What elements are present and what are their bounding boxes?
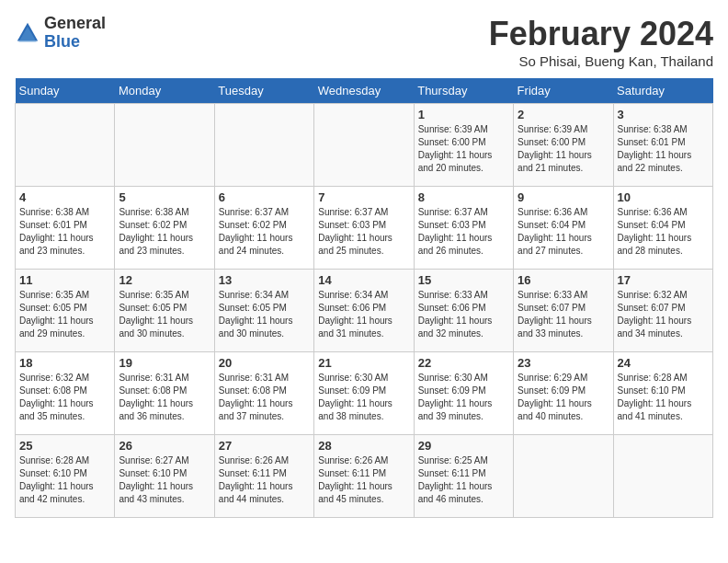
calendar-cell (514, 435, 613, 518)
day-info: Sunrise: 6:34 AMSunset: 6:05 PMDaylight:… (219, 289, 310, 340)
day-info: Sunrise: 6:33 AMSunset: 6:06 PMDaylight:… (418, 289, 509, 340)
calendar-cell: 12Sunrise: 6:35 AMSunset: 6:05 PMDayligh… (115, 270, 214, 352)
weekday-header-saturday: Saturday (613, 78, 712, 104)
day-number: 22 (418, 356, 509, 370)
calendar-cell: 25Sunrise: 6:28 AMSunset: 6:10 PMDayligh… (16, 435, 115, 518)
day-number: 11 (19, 273, 110, 287)
day-info: Sunrise: 6:31 AMSunset: 6:08 PMDaylight:… (219, 372, 310, 423)
calendar-week-5: 25Sunrise: 6:28 AMSunset: 6:10 PMDayligh… (16, 435, 713, 518)
calendar-cell: 17Sunrise: 6:32 AMSunset: 6:07 PMDayligh… (613, 270, 712, 352)
day-number: 14 (318, 273, 409, 287)
logo-general-text: General (44, 15, 106, 33)
calendar-cell: 29Sunrise: 6:25 AMSunset: 6:11 PMDayligh… (414, 435, 513, 518)
calendar-cell (16, 104, 115, 187)
day-info: Sunrise: 6:34 AMSunset: 6:06 PMDaylight:… (318, 289, 409, 340)
calendar-cell: 24Sunrise: 6:28 AMSunset: 6:10 PMDayligh… (613, 352, 712, 435)
day-info: Sunrise: 6:35 AMSunset: 6:05 PMDaylight:… (119, 289, 210, 340)
header: General Blue February 2024 So Phisai, Bu… (15, 15, 713, 69)
day-number: 18 (19, 356, 110, 370)
calendar-cell: 22Sunrise: 6:30 AMSunset: 6:09 PMDayligh… (414, 352, 513, 435)
calendar-cell: 7Sunrise: 6:37 AMSunset: 6:03 PMDaylight… (314, 187, 414, 270)
day-number: 5 (119, 190, 210, 204)
day-number: 27 (219, 439, 310, 453)
calendar-cell: 3Sunrise: 6:38 AMSunset: 6:01 PMDaylight… (613, 104, 712, 187)
day-info: Sunrise: 6:28 AMSunset: 6:10 PMDaylight:… (19, 454, 110, 506)
day-info: Sunrise: 6:27 AMSunset: 6:10 PMDaylight:… (119, 454, 210, 506)
calendar-cell: 27Sunrise: 6:26 AMSunset: 6:11 PMDayligh… (214, 435, 313, 518)
day-number: 3 (618, 108, 709, 121)
day-number: 20 (219, 356, 310, 370)
weekday-header-monday: Monday (115, 78, 214, 104)
calendar-week-2: 4Sunrise: 6:38 AMSunset: 6:01 PMDaylight… (16, 187, 713, 270)
calendar-cell: 15Sunrise: 6:33 AMSunset: 6:06 PMDayligh… (414, 270, 513, 352)
day-number: 4 (19, 190, 110, 204)
day-number: 1 (418, 108, 509, 121)
weekday-header-thursday: Thursday (414, 78, 513, 104)
calendar-subtitle: So Phisai, Bueng Kan, Thailand (489, 53, 713, 69)
calendar-cell (314, 104, 414, 187)
day-info: Sunrise: 6:38 AMSunset: 6:01 PMDaylight:… (618, 123, 709, 175)
calendar-table: SundayMondayTuesdayWednesdayThursdayFrid… (15, 78, 713, 518)
calendar-cell: 4Sunrise: 6:38 AMSunset: 6:01 PMDaylight… (16, 187, 115, 270)
calendar-cell (115, 104, 214, 187)
calendar-cell: 28Sunrise: 6:26 AMSunset: 6:11 PMDayligh… (314, 435, 414, 518)
day-number: 2 (518, 108, 609, 121)
calendar-week-3: 11Sunrise: 6:35 AMSunset: 6:05 PMDayligh… (16, 270, 713, 352)
day-number: 8 (418, 190, 509, 204)
weekday-header-wednesday: Wednesday (314, 78, 414, 104)
day-info: Sunrise: 6:37 AMSunset: 6:03 PMDaylight:… (318, 206, 409, 258)
calendar-cell (214, 104, 313, 187)
calendar-cell: 23Sunrise: 6:29 AMSunset: 6:09 PMDayligh… (514, 352, 613, 435)
calendar-week-4: 18Sunrise: 6:32 AMSunset: 6:08 PMDayligh… (16, 352, 713, 435)
calendar-cell (613, 435, 712, 518)
day-number: 24 (618, 356, 709, 370)
logo-text: General Blue (44, 15, 106, 52)
day-info: Sunrise: 6:33 AMSunset: 6:07 PMDaylight:… (518, 289, 609, 340)
day-number: 13 (219, 273, 310, 287)
day-number: 17 (618, 273, 709, 287)
calendar-cell: 1Sunrise: 6:39 AMSunset: 6:00 PMDaylight… (414, 104, 513, 187)
day-info: Sunrise: 6:38 AMSunset: 6:01 PMDaylight:… (19, 206, 110, 258)
day-number: 7 (318, 190, 409, 204)
day-info: Sunrise: 6:36 AMSunset: 6:04 PMDaylight:… (518, 206, 609, 258)
calendar-cell: 26Sunrise: 6:27 AMSunset: 6:10 PMDayligh… (115, 435, 214, 518)
day-number: 25 (19, 439, 110, 453)
calendar-cell: 13Sunrise: 6:34 AMSunset: 6:05 PMDayligh… (214, 270, 313, 352)
day-number: 15 (418, 273, 509, 287)
weekday-header-sunday: Sunday (16, 78, 115, 104)
day-info: Sunrise: 6:26 AMSunset: 6:11 PMDaylight:… (318, 454, 409, 506)
calendar-cell: 8Sunrise: 6:37 AMSunset: 6:03 PMDaylight… (414, 187, 513, 270)
logo-icon (15, 20, 40, 46)
day-info: Sunrise: 6:30 AMSunset: 6:09 PMDaylight:… (418, 372, 509, 423)
day-number: 9 (518, 190, 609, 204)
calendar-cell: 18Sunrise: 6:32 AMSunset: 6:08 PMDayligh… (16, 352, 115, 435)
day-info: Sunrise: 6:39 AMSunset: 6:00 PMDaylight:… (518, 123, 609, 175)
day-info: Sunrise: 6:32 AMSunset: 6:07 PMDaylight:… (618, 289, 709, 340)
day-number: 23 (518, 356, 609, 370)
calendar-cell: 16Sunrise: 6:33 AMSunset: 6:07 PMDayligh… (514, 270, 613, 352)
logo: General Blue (15, 15, 106, 52)
calendar-week-1: 1Sunrise: 6:39 AMSunset: 6:00 PMDaylight… (16, 104, 713, 187)
calendar-cell: 2Sunrise: 6:39 AMSunset: 6:00 PMDaylight… (514, 104, 613, 187)
calendar-cell: 21Sunrise: 6:30 AMSunset: 6:09 PMDayligh… (314, 352, 414, 435)
day-number: 10 (618, 190, 709, 204)
day-info: Sunrise: 6:31 AMSunset: 6:08 PMDaylight:… (119, 372, 210, 423)
day-info: Sunrise: 6:28 AMSunset: 6:10 PMDaylight:… (618, 372, 709, 423)
calendar-cell: 11Sunrise: 6:35 AMSunset: 6:05 PMDayligh… (16, 270, 115, 352)
day-info: Sunrise: 6:39 AMSunset: 6:00 PMDaylight:… (418, 123, 509, 175)
day-number: 16 (518, 273, 609, 287)
weekday-header-tuesday: Tuesday (214, 78, 313, 104)
weekday-header-friday: Friday (514, 78, 613, 104)
calendar-cell: 9Sunrise: 6:36 AMSunset: 6:04 PMDaylight… (514, 187, 613, 270)
day-number: 6 (219, 190, 310, 204)
calendar-cell: 10Sunrise: 6:36 AMSunset: 6:04 PMDayligh… (613, 187, 712, 270)
weekday-header-row: SundayMondayTuesdayWednesdayThursdayFrid… (16, 78, 713, 104)
title-area: February 2024 So Phisai, Bueng Kan, Thai… (489, 15, 713, 69)
day-number: 29 (418, 439, 509, 453)
day-info: Sunrise: 6:30 AMSunset: 6:09 PMDaylight:… (318, 372, 409, 423)
day-info: Sunrise: 6:37 AMSunset: 6:02 PMDaylight:… (219, 206, 310, 258)
calendar-cell: 6Sunrise: 6:37 AMSunset: 6:02 PMDaylight… (214, 187, 313, 270)
day-info: Sunrise: 6:25 AMSunset: 6:11 PMDaylight:… (418, 454, 509, 506)
day-info: Sunrise: 6:35 AMSunset: 6:05 PMDaylight:… (19, 289, 110, 340)
calendar-cell: 19Sunrise: 6:31 AMSunset: 6:08 PMDayligh… (115, 352, 214, 435)
